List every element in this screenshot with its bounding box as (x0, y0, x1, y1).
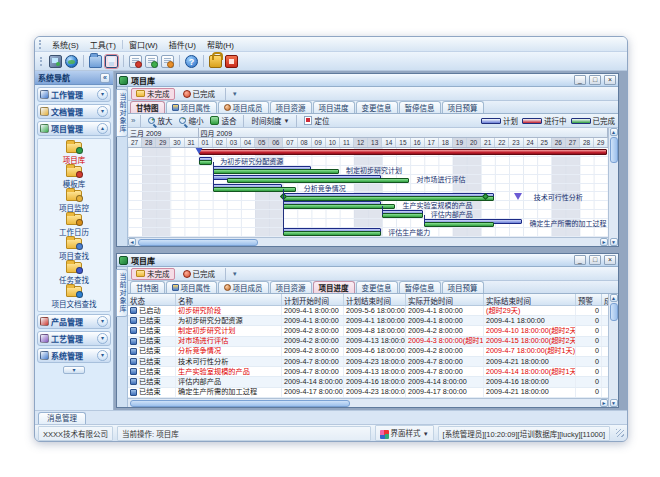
table-row[interactable]: 已结束对市场进行评估2009-4-2 8:00:002009-4-13 18:0… (128, 337, 608, 347)
system-icon[interactable] (49, 55, 62, 68)
gantt-actual-bar[interactable] (283, 204, 395, 209)
gantt-horizontal-scrollbar[interactable]: ◄ ► (128, 237, 608, 246)
exit-icon[interactable] (225, 55, 238, 68)
current-object-lib-tab[interactable]: 当前对象库 (116, 269, 128, 317)
gantt-actual-bar[interactable] (213, 169, 339, 174)
sidebar-group-产品管理[interactable]: 产品管理▾ (37, 314, 111, 329)
gantt-actual-bar[interactable] (227, 178, 410, 183)
column-header-预警[interactable]: 预警 (576, 294, 602, 305)
fit-button[interactable]: 适合 (208, 115, 238, 126)
tab-变更信息[interactable]: 变更信息 (356, 101, 398, 113)
chevron-down-icon[interactable]: ▾ (233, 90, 237, 98)
sidebar-group-工作管理[interactable]: 工作管理▾ (37, 87, 111, 102)
tab-项目资源[interactable]: 项目资源 (270, 101, 312, 113)
scroll-left-icon[interactable]: ◄ (128, 238, 136, 246)
chevron-down-icon[interactable]: ▾ (97, 316, 108, 327)
table-row[interactable]: 已结束确定生产所需的加工过程2009-4-17 8:00:002009-4-23… (128, 388, 608, 398)
open-folder-icon[interactable] (89, 55, 102, 68)
locate-button[interactable]: 定位 (302, 115, 331, 126)
chevron-down-icon[interactable]: ▾ (233, 270, 237, 278)
sidebar-item-工作日历[interactable]: 工作日历 (59, 214, 89, 237)
chevron-down-icon[interactable]: ▾ (97, 333, 108, 344)
filter-button-未完成[interactable]: 未完成 (131, 268, 175, 280)
report-green-icon[interactable] (145, 55, 158, 68)
table-row[interactable]: 已结束制定初步研究计划2009-4-2 8:00:002009-4-8 18:0… (128, 326, 608, 336)
report-orange-icon[interactable] (161, 55, 174, 68)
tab-项目预算[interactable]: 项目预算 (442, 101, 484, 113)
close-button[interactable]: × (604, 75, 616, 85)
column-header-状态[interactable]: 状态 (128, 294, 176, 305)
tab-项目进度[interactable]: 项目进度 (313, 281, 355, 293)
sidebar-group-系统管理[interactable]: 系统管理▾ (37, 348, 111, 363)
lock-icon[interactable] (209, 55, 222, 68)
scroll-right-icon[interactable]: ► (600, 238, 608, 246)
tab-项目资源[interactable]: 项目资源 (270, 281, 312, 293)
tab-变更信息[interactable]: 变更信息 (356, 281, 398, 293)
time-scale-button[interactable]: 时间刻度▼ (249, 115, 291, 126)
gantt-actual-bar[interactable] (283, 231, 381, 236)
scrollbar-thumb[interactable] (610, 137, 618, 163)
gantt-vertical-scrollbar[interactable]: ▲ ▼ (608, 128, 618, 246)
column-header-计划开始时间[interactable]: 计划开始时间 (282, 294, 344, 305)
table-horizontal-scrollbar[interactable]: ► (128, 398, 608, 407)
panel-titlebar[interactable]: 项目库 _ □ × (117, 254, 618, 267)
sidebar-item-项目文档查找[interactable]: 项目文档查找 (52, 286, 97, 309)
table-row[interactable]: 已结束生产实验室规模的产品2009-4-7 8:00:002009-4-13 1… (128, 367, 608, 377)
minimize-button[interactable]: _ (574, 75, 586, 85)
current-object-lib-tab[interactable]: 当前对象库 (116, 89, 128, 137)
menu-item-4[interactable]: 插件(U) (164, 38, 201, 51)
gantt-actual-bar[interactable] (283, 196, 494, 201)
chevron-down-icon[interactable]: ▾ (97, 106, 108, 117)
gantt-actual-bar[interactable] (382, 213, 423, 218)
sidebar-group-文档管理[interactable]: 文档管理▾ (37, 104, 111, 119)
menu-item-1[interactable]: 系统(S) (47, 38, 84, 51)
tab-甘特图[interactable]: 甘特图 (130, 281, 165, 293)
sidebar-collapse-button[interactable]: « (100, 73, 110, 83)
interface-style-button[interactable]: 界面样式 ▼ (375, 425, 434, 441)
scroll-up-icon[interactable]: ▲ (610, 294, 618, 302)
zoom-out-button[interactable]: −缩小 (177, 115, 205, 126)
menu-item-5[interactable]: 帮助(H) (202, 38, 239, 51)
report-red-icon[interactable] (129, 55, 142, 68)
scrollbar-thumb[interactable] (130, 400, 350, 407)
filter-button-未完成[interactable]: 未完成 (131, 88, 175, 100)
minimize-button[interactable]: _ (574, 255, 586, 265)
sidebar-group-工艺管理[interactable]: 工艺管理▾ (37, 331, 111, 346)
scroll-down-icon[interactable]: ▼ (610, 399, 618, 407)
table-row[interactable]: 已启动初步研究阶段2009-4-1 8:00:002009-5-6 18:00:… (128, 306, 608, 316)
tab-暂停信息[interactable]: 暂停信息 (399, 281, 441, 293)
tab-项目属性[interactable]: 项目属性 (166, 281, 217, 293)
message-management-tab[interactable]: 消息管理 (38, 412, 86, 424)
sidebar-overflow[interactable]: ▾ (37, 365, 111, 374)
save-icon[interactable] (105, 55, 118, 68)
overflow-chevron-icon[interactable]: » (131, 116, 135, 125)
help-icon[interactable]: ? (185, 55, 198, 68)
gantt-actual-bar[interactable] (199, 160, 212, 165)
column-header-实际结束时间[interactable]: 实际结束时间 (484, 294, 576, 305)
filter-button-已完成[interactable]: 已完成 (178, 268, 221, 280)
column-header-计划结束时间[interactable]: 计划结束时间 (344, 294, 406, 305)
sidebar-item-项目查找[interactable]: 项目查找 (59, 238, 89, 261)
tab-项目进度[interactable]: 项目进度 (313, 101, 355, 113)
chevron-down-icon[interactable]: ▾ (97, 89, 108, 100)
tab-项目成员[interactable]: 项目成员 (218, 281, 269, 293)
chevron-down-icon[interactable]: ▾ (97, 350, 108, 361)
scroll-right-icon[interactable]: ► (600, 399, 608, 407)
sidebar-item-模板库[interactable]: 模板库 (63, 166, 86, 189)
table-row[interactable]: 已结束分析竞争情况2009-4-2 8:00:002009-4-6 18:00:… (128, 347, 608, 357)
tab-项目属性[interactable]: 项目属性 (166, 101, 217, 113)
column-header-名称[interactable]: 名称 (176, 294, 282, 305)
sidebar-item-项目监控[interactable]: 项目监控 (59, 190, 89, 213)
column-header-实际开始时间[interactable]: 实际开始时间 (406, 294, 484, 305)
tab-项目成员[interactable]: 项目成员 (218, 101, 269, 113)
scrollbar-thumb[interactable] (610, 303, 618, 321)
close-button[interactable]: × (604, 255, 616, 265)
table-row[interactable]: 已结束为初步研究分配资源2009-4-1 8:00:002009-4-1 18:… (128, 316, 608, 326)
gantt-summary-bar[interactable] (199, 149, 607, 155)
scrollbar-thumb[interactable] (138, 239, 258, 246)
tab-暂停信息[interactable]: 暂停信息 (399, 101, 441, 113)
sidebar-item-任务查找[interactable]: 任务查找 (59, 262, 89, 285)
scroll-up-icon[interactable]: ▲ (610, 128, 618, 136)
tab-甘特图[interactable]: 甘特图 (130, 101, 165, 113)
scroll-down-icon[interactable]: ▼ (610, 238, 618, 246)
